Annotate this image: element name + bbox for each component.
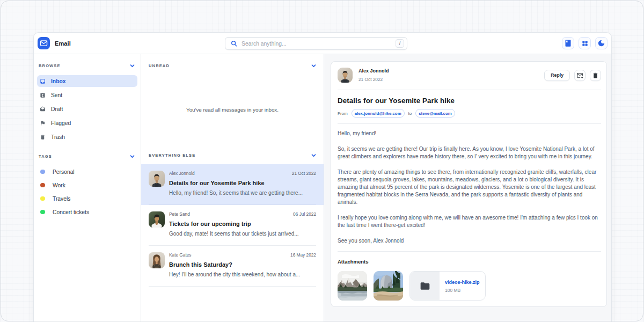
avatar-alex (338, 68, 353, 83)
sidebar-item-flagged[interactable]: Flagged (37, 117, 137, 129)
flag-icon (40, 120, 46, 126)
dark-mode-button[interactable] (595, 37, 608, 49)
attachment-photo-dome[interactable] (374, 271, 403, 301)
mail-date: 21 Oct 2022 (292, 171, 316, 176)
forward-button[interactable] (574, 70, 586, 81)
from-address-chip[interactable]: alex.jonnold@hike.com (352, 109, 405, 118)
search-shortcut-key: / (396, 39, 404, 48)
mail-list-item-1[interactable]: Alex Jonnold 21 Oct 2022 Details for our… (141, 164, 324, 205)
header-actions (562, 37, 608, 49)
tags-label: TAGS (39, 154, 52, 159)
mail-list-item-3[interactable]: Kate Gates 16 May 2022 Brunch this Satur… (141, 246, 324, 287)
avatar-kate (149, 252, 165, 268)
yosemite-lake-photo (338, 271, 367, 301)
tags-nav: Personal Work Travels Concert tickets (37, 166, 137, 218)
mail-sender: Pete Sand (169, 211, 190, 217)
mail-date: 06 Jul 2022 (293, 211, 316, 217)
to-label: to (408, 111, 412, 116)
unread-section-header[interactable]: UNREAD (141, 59, 324, 72)
mail-sender: Alex Jonnold (169, 171, 195, 176)
folder-label: Flagged (51, 120, 71, 126)
yosemite-dome-photo (374, 271, 403, 301)
browse-label: BROWSE (39, 63, 61, 68)
trash-icon (592, 72, 599, 79)
sidebar-item-draft[interactable]: Draft (37, 103, 137, 115)
everything-else-label: EVERYTHING ELSE (149, 153, 195, 158)
list-divider (149, 286, 316, 287)
everything-else-section-header[interactable]: EVERYTHING ELSE (141, 149, 324, 162)
sidebar-browse-header[interactable]: BROWSE (37, 60, 137, 71)
sidebar: BROWSE Inbox Sent Draft Flagge (34, 54, 141, 322)
detail-body: Hello, my friend! So, it seems we are ge… (338, 130, 601, 245)
avatar-alex (149, 171, 165, 187)
avatar-alex-image (338, 68, 353, 83)
mail-list-item-2[interactable]: Pete Sand 06 Jul 2022 Tickets for our up… (141, 205, 324, 246)
travels-tag-dot (40, 196, 46, 201)
unread-empty-state: You've read all messages in your inbox. (141, 72, 324, 144)
trash-icon (40, 134, 46, 140)
tag-item-travels[interactable]: Travels (37, 193, 137, 204)
chevron-down-icon[interactable] (310, 62, 317, 69)
mail-sender: Kate Gates (169, 252, 192, 258)
tag-label: Concert tickets (53, 209, 89, 215)
chevron-down-icon[interactable] (129, 153, 136, 160)
tag-item-personal[interactable]: Personal (37, 166, 137, 178)
chevron-down-icon[interactable] (129, 62, 136, 69)
folder-thumb (410, 272, 440, 300)
search-input[interactable] (241, 41, 396, 47)
attachment-photo-lake[interactable] (338, 271, 367, 301)
avatar-pete (149, 211, 165, 228)
body-paragraph: So, it seems we are getting there! Our t… (338, 145, 601, 160)
dark-mode-moon-icon (597, 39, 605, 47)
attachments-row: videos-hike.zip 100 MB (338, 271, 601, 301)
from-label: From (338, 111, 348, 116)
tag-label: Work (53, 182, 65, 188)
mail-detail-area: Alex Jonnold 21 Oct 2022 Reply Det (324, 54, 611, 322)
body-paragraph: Hello, my friend! (338, 130, 601, 137)
folder-label: Trash (51, 134, 65, 140)
mail-detail-card: Alex Jonnold 21 Oct 2022 Reply Det (331, 61, 607, 307)
to-address-chip[interactable]: steve@mail.com (415, 109, 455, 118)
folder-label: Sent (51, 92, 62, 98)
tag-label: Travels (53, 196, 70, 202)
app-header: Email / (34, 33, 611, 54)
sidebar-item-trash[interactable]: Trash (37, 131, 137, 143)
mail-title: Brunch this Saturday? (169, 261, 316, 268)
unread-label: UNREAD (149, 63, 170, 68)
inbox-icon (40, 78, 46, 84)
avatar-alex-image (149, 171, 165, 187)
book-icon (564, 39, 572, 47)
detail-actions: Reply (544, 70, 601, 81)
avatar-kate-image (149, 252, 165, 268)
drafts-icon (40, 106, 46, 112)
search-icon (230, 40, 238, 47)
book-button[interactable] (562, 37, 574, 49)
reply-button[interactable]: Reply (544, 70, 570, 81)
mail-logo-icon (39, 39, 48, 48)
tag-item-work[interactable]: Work (37, 179, 137, 191)
sidebar-tags-header[interactable]: TAGS (37, 150, 137, 162)
sidebar-item-sent[interactable]: Sent (37, 89, 137, 101)
search-bar[interactable]: / (225, 37, 407, 50)
chevron-down-icon[interactable] (310, 152, 317, 159)
app-logo (38, 37, 50, 49)
folder-icon (420, 281, 430, 291)
sidebar-item-inbox[interactable]: Inbox (37, 75, 137, 87)
divider (338, 251, 601, 252)
detail-sender-name: Alex Jonnold (358, 68, 389, 74)
tag-item-concert-tickets[interactable]: Concert tickets (37, 206, 137, 218)
folder-nav: Inbox Sent Draft Flagged Trash (37, 75, 137, 143)
divider (338, 123, 601, 124)
body-paragraph: I really hope you love coming along with… (338, 214, 601, 229)
apps-grid-button[interactable] (579, 37, 591, 49)
folder-label: Inbox (51, 78, 65, 84)
detail-subject: Details for our Yosemite Park hike (338, 97, 601, 105)
detail-date: 21 Oct 2022 (358, 77, 389, 82)
zip-file-name[interactable]: videos-hike.zip (445, 280, 480, 285)
zip-file-size: 100 MB (445, 288, 480, 293)
personal-tag-dot (40, 170, 46, 174)
delete-button[interactable] (590, 70, 601, 81)
attachment-zip-card[interactable]: videos-hike.zip 100 MB (409, 271, 486, 301)
folder-label: Draft (51, 106, 63, 112)
mail-list-column: UNREAD You've read all messages in your … (141, 54, 324, 322)
